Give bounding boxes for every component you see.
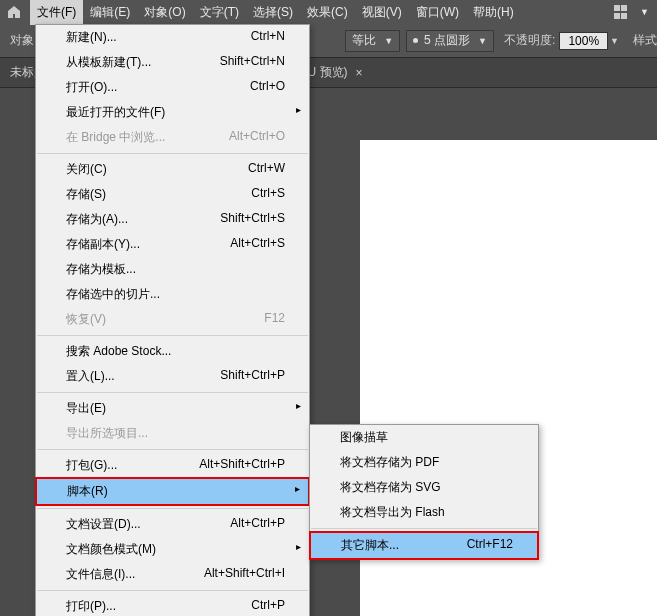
- file-menu-item-17[interactable]: 导出(E): [36, 396, 309, 421]
- menu-item-label: 存储为(A)...: [66, 211, 128, 228]
- menu-separator: [311, 528, 537, 529]
- file-menu-item-11[interactable]: 存储选中的切片...: [36, 282, 309, 307]
- menubar-item-6[interactable]: 视图(V): [355, 0, 409, 25]
- file-menu-item-24[interactable]: 文档颜色模式(M): [36, 537, 309, 562]
- script-sub-item-0[interactable]: 图像描草: [310, 425, 538, 450]
- menu-item-label: 在 Bridge 中浏览...: [66, 129, 165, 146]
- home-icon[interactable]: [6, 4, 22, 20]
- chevron-down-icon: ▼: [478, 36, 487, 46]
- file-menu-item-21[interactable]: 脚本(R): [37, 479, 308, 504]
- menubar-item-8[interactable]: 帮助(H): [466, 0, 521, 25]
- file-menu-item-7[interactable]: 存储(S)Ctrl+S: [36, 182, 309, 207]
- file-menu-dropdown: 新建(N)...Ctrl+N从模板新建(T)...Shift+Ctrl+N打开(…: [35, 24, 310, 616]
- file-menu-item-0[interactable]: 新建(N)...Ctrl+N: [36, 25, 309, 50]
- file-menu-item-8[interactable]: 存储为(A)...Shift+Ctrl+S: [36, 207, 309, 232]
- menu-item-shortcut: Ctrl+F12: [467, 537, 513, 554]
- menu-item-label: 新建(N)...: [66, 29, 117, 46]
- workspace-grid-icon[interactable]: [614, 5, 628, 19]
- menu-item-label: 其它脚本...: [341, 537, 399, 554]
- menu-item-label: 文档设置(D)...: [66, 516, 141, 533]
- dot-icon: [413, 38, 418, 43]
- menubar-right: ▼: [614, 5, 657, 19]
- menu-item-label: 存储(S): [66, 186, 106, 203]
- file-menu-item-6[interactable]: 关闭(C)Ctrl+W: [36, 157, 309, 182]
- menubar-item-0[interactable]: 文件(F): [30, 0, 83, 25]
- menu-item-label: 导出所选项目...: [66, 425, 148, 442]
- file-menu-item-14[interactable]: 搜索 Adobe Stock...: [36, 339, 309, 364]
- file-menu-item-20[interactable]: 打包(G)...Alt+Shift+Ctrl+P: [36, 453, 309, 478]
- file-menu-item-1[interactable]: 从模板新建(T)...Shift+Ctrl+N: [36, 50, 309, 75]
- menu-separator: [37, 335, 308, 336]
- chevron-down-icon[interactable]: ▼: [640, 7, 649, 17]
- style-label: 样式: [633, 32, 657, 49]
- chevron-down-icon[interactable]: ▼: [610, 36, 619, 46]
- chevron-down-icon: ▼: [384, 36, 393, 46]
- menu-item-shortcut: Alt+Shift+Ctrl+I: [204, 566, 285, 583]
- file-menu-item-10[interactable]: 存储为模板...: [36, 257, 309, 282]
- menu-item-label: 将文档导出为 Flash: [340, 504, 445, 521]
- menubar-item-4[interactable]: 选择(S): [246, 0, 300, 25]
- menubar-item-7[interactable]: 窗口(W): [409, 0, 466, 25]
- menu-item-shortcut: Ctrl+W: [248, 161, 285, 178]
- menu-separator: [37, 392, 308, 393]
- menu-separator: [37, 153, 308, 154]
- menu-item-label: 打开(O)...: [66, 79, 117, 96]
- script-sub-item-1[interactable]: 将文档存储为 PDF: [310, 450, 538, 475]
- menubar-item-1[interactable]: 编辑(E): [83, 0, 137, 25]
- menubar-item-3[interactable]: 文字(T): [193, 0, 246, 25]
- stroke-profile-dropdown[interactable]: 5 点圆形▼: [406, 30, 494, 52]
- file-menu-item-27[interactable]: 打印(P)...Ctrl+P: [36, 594, 309, 616]
- menu-item-label: 文档颜色模式(M): [66, 541, 156, 558]
- menu-item-shortcut: Alt+Ctrl+O: [229, 129, 285, 146]
- opacity-label: 不透明度:: [504, 32, 555, 49]
- menu-item-shortcut: F12: [264, 311, 285, 328]
- menu-item-label: 从模板新建(T)...: [66, 54, 151, 71]
- menu-item-shortcut: Alt+Ctrl+S: [230, 236, 285, 253]
- menu-item-label: 脚本(R): [67, 483, 108, 500]
- opacity-input[interactable]: 100%: [559, 32, 608, 50]
- menu-item-label: 最近打开的文件(F): [66, 104, 165, 121]
- menu-item-shortcut: Alt+Shift+Ctrl+P: [199, 457, 285, 474]
- file-menu-item-2[interactable]: 打开(O)...Ctrl+O: [36, 75, 309, 100]
- file-menu-item-4: 在 Bridge 中浏览...Alt+Ctrl+O: [36, 125, 309, 150]
- file-menu-item-25[interactable]: 文件信息(I)...Alt+Shift+Ctrl+I: [36, 562, 309, 587]
- menu-item-label: 打包(G)...: [66, 457, 117, 474]
- file-menu-item-9[interactable]: 存储副本(Y)...Alt+Ctrl+S: [36, 232, 309, 257]
- file-menu-item-12: 恢复(V)F12: [36, 307, 309, 332]
- file-menu-item-3[interactable]: 最近打开的文件(F): [36, 100, 309, 125]
- menu-item-label: 置入(L)...: [66, 368, 115, 385]
- menubar-item-5[interactable]: 效果(C): [300, 0, 355, 25]
- close-icon[interactable]: ×: [356, 66, 363, 80]
- menu-item-label: 关闭(C): [66, 161, 107, 178]
- menubar-item-2[interactable]: 对象(O): [137, 0, 192, 25]
- menu-separator: [37, 449, 308, 450]
- menu-item-label: 导出(E): [66, 400, 106, 417]
- menu-separator: [37, 508, 308, 509]
- menu-item-label: 存储副本(Y)...: [66, 236, 140, 253]
- menu-item-label: 打印(P)...: [66, 598, 116, 615]
- menu-item-shortcut: Ctrl+S: [251, 186, 285, 203]
- script-submenu: 图像描草将文档存储为 PDF将文档存储为 SVG将文档导出为 Flash其它脚本…: [309, 424, 539, 560]
- menu-item-label: 图像描草: [340, 429, 388, 446]
- menubar: 文件(F)编辑(E)对象(O)文字(T)选择(S)效果(C)视图(V)窗口(W)…: [0, 0, 657, 24]
- script-sub-item-2[interactable]: 将文档存储为 SVG: [310, 475, 538, 500]
- uniform-dropdown[interactable]: 等比▼: [345, 30, 400, 52]
- menu-item-shortcut: Ctrl+P: [251, 598, 285, 615]
- script-sub-item-3[interactable]: 将文档导出为 Flash: [310, 500, 538, 525]
- menu-item-label: 文件信息(I)...: [66, 566, 135, 583]
- file-menu-item-23[interactable]: 文档设置(D)...Alt+Ctrl+P: [36, 512, 309, 537]
- menu-item-shortcut: Shift+Ctrl+N: [220, 54, 285, 71]
- menu-item-shortcut: Shift+Ctrl+P: [220, 368, 285, 385]
- menu-item-shortcut: Alt+Ctrl+P: [230, 516, 285, 533]
- menu-item-label: 将文档存储为 PDF: [340, 454, 439, 471]
- menu-item-label: 将文档存储为 SVG: [340, 479, 441, 496]
- menu-separator: [37, 590, 308, 591]
- file-menu-item-18: 导出所选项目...: [36, 421, 309, 446]
- menu-item-label: 存储为模板...: [66, 261, 136, 278]
- file-menu-item-15[interactable]: 置入(L)...Shift+Ctrl+P: [36, 364, 309, 389]
- menu-item-label: 恢复(V): [66, 311, 106, 328]
- menu-item-label: 存储选中的切片...: [66, 286, 160, 303]
- script-sub-item-5[interactable]: 其它脚本...Ctrl+F12: [311, 533, 537, 558]
- menu-item-shortcut: Ctrl+N: [251, 29, 285, 46]
- menu-item-label: 搜索 Adobe Stock...: [66, 343, 171, 360]
